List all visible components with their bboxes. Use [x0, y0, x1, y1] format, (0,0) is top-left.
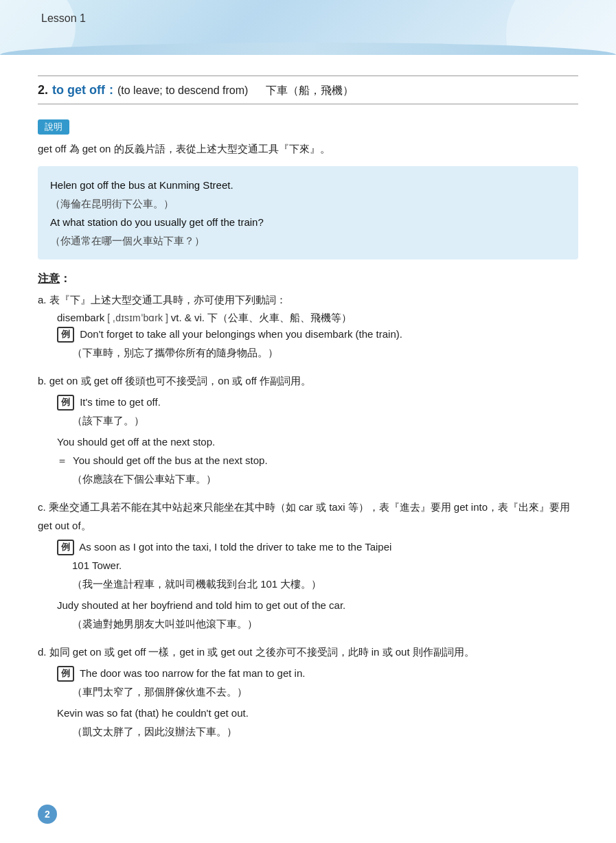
note-b-example1: 例 It's time to get off. — [57, 393, 578, 411]
note-a-disembark: disembark [ ˌdɪsɪmˈbɑrk ] vt. & vi. 下（公車… — [57, 312, 578, 325]
note-d-chinese2-text: （凱文太胖了，因此沒辦法下車。） — [72, 726, 237, 737]
note-a-label: a. 表『下』上述大型交通工具時，亦可使用下列動詞： — [38, 290, 578, 309]
note-b-label: b. get on 或 get off 後頭也可不接受詞，on 或 off 作副… — [38, 371, 578, 390]
note-d-example2-chinese: （凱文太胖了，因此沒辦法下車。） — [72, 722, 578, 741]
rei-badge-c: 例 — [57, 540, 74, 555]
note-d-example2: Kevin was so fat (that) he couldn't get … — [57, 704, 578, 722]
section-number: 2. — [38, 83, 48, 97]
note-b-example1-english: It's time to get off. — [80, 396, 161, 408]
section-header: 2. to get off : (to leave; to descend fr… — [38, 76, 578, 104]
notice-label-text: 注意 — [38, 273, 60, 284]
note-d-example2-english: Kevin was so fat (that) he couldn't get … — [57, 707, 249, 719]
note-d-example1: 例 The door was too narrow for the fat ma… — [57, 664, 578, 682]
note-b-example1-chinese: （該下車了。） — [72, 411, 578, 430]
note-b-example2: You should get off at the next stop. — [57, 432, 578, 451]
note-d-label: d. 如同 get on 或 get off 一樣，get in 或 get o… — [38, 643, 578, 661]
note-d-example1-chinese: （車門太窄了，那個胖傢伙進不去。） — [72, 682, 578, 701]
note-c-example1-chinese: （我一坐進計程車，就叫司機載我到台北 101 大樓。） — [72, 575, 578, 593]
disembark-word: disembark — [57, 312, 107, 323]
rei-badge-d: 例 — [57, 666, 74, 681]
note-a-example: 例 Don't forget to take all your belongin… — [57, 325, 578, 343]
note-c-example2-english: Judy shouted at her boyfriend and told h… — [57, 599, 345, 611]
rei-badge-b: 例 — [57, 395, 74, 410]
shuoming-badge-container: 說明 — [38, 117, 578, 140]
example-box-line-1: Helen got off the bus at Kunming Street. — [50, 176, 566, 194]
note-b-example2-english: You should get off at the next stop. — [57, 436, 215, 448]
section-colon: : — [109, 83, 113, 97]
note-a-example-english: Don't forget to take all your belongings… — [80, 328, 402, 340]
note-c-example1-english-cont-text: 101 Tower. — [72, 559, 122, 571]
shuoming-badge: 說明 — [38, 119, 69, 135]
note-c-chinese2-text: （裘迪對她男朋友大叫並叫他滾下車。） — [72, 618, 258, 630]
page-header: Lesson 1 — [0, 0, 616, 55]
example-box-line-2: （海倫在昆明街下公車。） — [50, 194, 566, 213]
example-box-line-4: （你通常在哪一個火車站下車？） — [50, 231, 566, 250]
note-d-example1-english: The door was too narrow for the fat man … — [80, 667, 306, 679]
lesson-label: Lesson 1 — [41, 12, 86, 25]
note-b-example3-chinese: （你應該在下個公車站下車。） — [72, 470, 578, 488]
note-b-eq-line: ＝ You should get off the bus at the next… — [57, 451, 578, 470]
page-number: 2 — [38, 805, 57, 824]
section-phrase: to get off — [52, 83, 105, 97]
disembark-pos: vt. & vi. 下（公車、火車、船、飛機等） — [171, 312, 352, 323]
note-c-example2: Judy shouted at her boyfriend and told h… — [57, 596, 578, 614]
note-c-label: c. 乘坐交通工具若不能在其中站起來只能坐在其中時（如 car 或 taxi 等… — [38, 498, 578, 535]
note-c-chinese1-text: （我一坐進計程車，就叫司機載我到台北 101 大樓。） — [72, 578, 321, 590]
note-b-chinese1-text: （該下車了。） — [72, 415, 144, 426]
main-content: 2. to get off : (to leave; to descend fr… — [0, 55, 616, 792]
section-definition: (to leave; to descend from) — [117, 84, 248, 97]
explanation-text: get off 為 get on 的反義片語，表從上述大型交通工具『下來』。 — [38, 140, 578, 158]
note-b: b. get on 或 get off 後頭也可不接受詞，on 或 off 作副… — [38, 371, 578, 488]
example-box-line-3: At what station do you usually get off t… — [50, 213, 566, 231]
example-box: Helen got off the bus at Kunming Street.… — [38, 166, 578, 259]
note-c-example2-chinese: （裘迪對她男朋友大叫並叫他滾下車。） — [72, 614, 578, 633]
disembark-phonetic: [ ˌdɪsɪmˈbɑrk ] — [107, 312, 170, 323]
note-c-example1: 例 As soon as I got into the taxi, I told… — [57, 538, 578, 556]
note-b-chinese3-text: （你應該在下個公車站下車。） — [72, 473, 216, 485]
rei-badge-a: 例 — [57, 327, 74, 342]
note-a-example-chinese: （下車時，別忘了攜帶你所有的隨身物品。） — [72, 343, 578, 362]
note-a-chinese-text: （下車時，別忘了攜帶你所有的隨身物品。） — [72, 347, 278, 358]
note-c-example1-english-cont: 101 Tower. — [72, 556, 578, 575]
note-d: d. 如同 get on 或 get off 一樣，get in 或 get o… — [38, 643, 578, 741]
note-a: a. 表『下』上述大型交通工具時，亦可使用下列動詞： disembark [ ˌ… — [38, 290, 578, 362]
section-chinese: 下車（船，飛機） — [266, 84, 354, 98]
note-d-chinese1-text: （車門太窄了，那個胖傢伙進不去。） — [72, 686, 247, 697]
note-c-example1-english: As soon as I got into the taxi, I told t… — [79, 541, 391, 553]
note-c: c. 乘坐交通工具若不能在其中站起來只能坐在其中時（如 car 或 taxi 等… — [38, 498, 578, 633]
notice-label: 注意： — [38, 272, 578, 286]
